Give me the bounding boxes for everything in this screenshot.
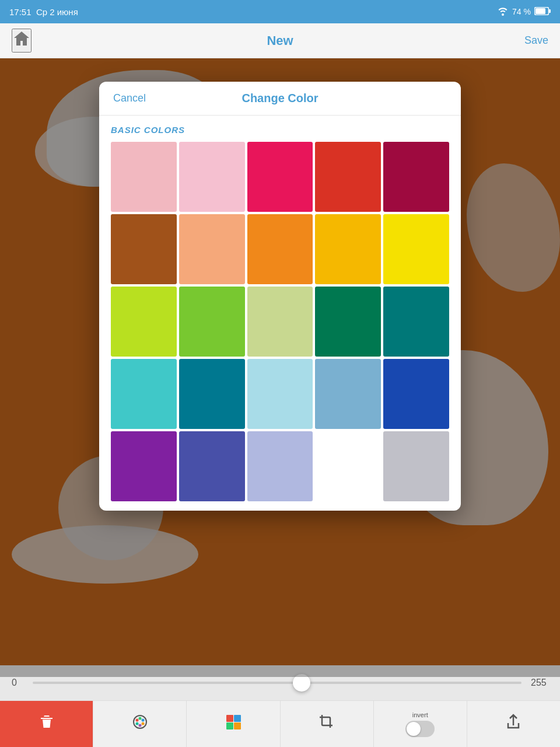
color-swatch-10[interactable]: [111, 287, 177, 357]
invert-button[interactable]: invert: [374, 701, 467, 747]
svg-point-4: [135, 719, 138, 722]
page-title: New: [267, 33, 293, 48]
color-swatch-13[interactable]: [315, 287, 381, 357]
svg-point-6: [141, 719, 144, 722]
modal-overlay: Cancel Change Color BASIC COLORS: [0, 58, 560, 677]
canvas-area: Cancel Change Color BASIC COLORS: [0, 58, 560, 677]
svg-rect-12: [226, 722, 233, 729]
trash-icon: [38, 713, 55, 735]
color-swatch-23[interactable]: [315, 431, 381, 501]
color-swatch-24[interactable]: [383, 431, 449, 501]
bottom-toolbar: invert: [0, 700, 560, 747]
color-swatch-16[interactable]: [179, 359, 245, 429]
color-swatch-21[interactable]: [179, 431, 245, 501]
svg-rect-2: [536, 8, 545, 14]
color-swatch-12[interactable]: [247, 287, 313, 357]
cancel-button[interactable]: Cancel: [113, 92, 146, 104]
crop-button[interactable]: [281, 701, 374, 747]
color-swatch-15[interactable]: [111, 359, 177, 429]
svg-rect-10: [226, 715, 233, 722]
status-icons: 74 %: [497, 6, 551, 18]
svg-point-7: [141, 722, 144, 725]
battery-text: 74 %: [512, 7, 531, 16]
slider-track[interactable]: [33, 682, 522, 684]
slider-min-label: 0: [12, 678, 23, 688]
color-swatch-2[interactable]: [247, 142, 313, 212]
svg-rect-1: [549, 9, 551, 13]
delete-button[interactable]: [0, 701, 93, 747]
color-swatch-1[interactable]: [179, 142, 245, 212]
color-swatch-9[interactable]: [383, 214, 449, 284]
invert-toggle[interactable]: [405, 721, 435, 737]
status-bar: 17:51 Ср 2 июня 74 %: [0, 0, 560, 23]
color-swatch-4[interactable]: [383, 142, 449, 212]
status-time-date: 17:51 Ср 2 июня: [9, 7, 78, 17]
battery-icon: [534, 7, 551, 17]
svg-rect-11: [234, 715, 241, 722]
color-swatch-3[interactable]: [315, 142, 381, 212]
slider-max-label: 255: [531, 678, 548, 688]
invert-toggle-container: invert: [405, 711, 435, 737]
share-button[interactable]: [467, 701, 560, 747]
home-button[interactable]: [12, 29, 32, 53]
color-picker-icon: [225, 713, 242, 735]
nav-bar: New Save: [0, 23, 560, 58]
save-button[interactable]: Save: [524, 34, 548, 47]
color-swatch-18[interactable]: [315, 359, 381, 429]
color-grid: [111, 142, 449, 501]
share-icon: [505, 714, 522, 734]
color-swatch-20[interactable]: [111, 431, 177, 501]
color-swatch-5[interactable]: [111, 214, 177, 284]
dialog-title: Change Color: [242, 92, 318, 105]
color-swatch-17[interactable]: [247, 359, 313, 429]
color-swatch-0[interactable]: [111, 142, 177, 212]
color-swatch-6[interactable]: [179, 214, 245, 284]
color-picker-button[interactable]: [187, 701, 280, 747]
wifi-icon: [497, 6, 509, 18]
color-swatch-8[interactable]: [315, 214, 381, 284]
color-swatch-7[interactable]: [247, 214, 313, 284]
palette-icon: [131, 713, 149, 735]
color-swatch-11[interactable]: [179, 287, 245, 357]
dialog-body: BASIC COLORS: [99, 116, 461, 511]
color-swatch-22[interactable]: [247, 431, 313, 501]
dialog-header: Cancel Change Color: [99, 82, 461, 116]
svg-point-9: [135, 722, 138, 725]
invert-label: invert: [412, 711, 428, 718]
svg-point-8: [138, 724, 141, 727]
crop-icon: [318, 714, 335, 734]
palette-button[interactable]: [93, 701, 187, 747]
color-swatch-19[interactable]: [383, 359, 449, 429]
color-swatch-14[interactable]: [383, 287, 449, 357]
svg-rect-13: [234, 722, 241, 729]
color-dialog: Cancel Change Color BASIC COLORS: [99, 82, 461, 511]
svg-point-5: [138, 717, 141, 720]
basic-colors-label: BASIC COLORS: [111, 125, 449, 135]
